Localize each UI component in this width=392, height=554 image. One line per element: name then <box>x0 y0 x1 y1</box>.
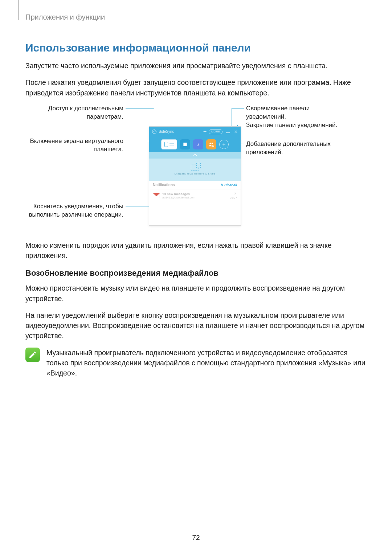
notification-subtitle: ad1413@googlemail.com <box>162 196 227 199</box>
subsection-heading: Возобновление воспроизведения медиафайло… <box>25 268 367 278</box>
contacts-app-icon[interactable] <box>206 139 216 149</box>
notification-title: 13 new messages <box>162 192 227 196</box>
page-number: 72 <box>0 534 392 542</box>
notifications-header: Notifications ✎ Clear all <box>149 181 241 189</box>
notifications-label: Notifications <box>153 183 175 187</box>
close-icon[interactable]: ✕ <box>234 129 238 134</box>
dashboard-panel: SideSync ⊷ MORE ✕ ♪ + <box>149 126 241 226</box>
more-button[interactable]: MORE <box>209 129 222 134</box>
paragraph: Запустите часто используемые приложения … <box>25 61 367 71</box>
gmail-icon <box>153 193 159 198</box>
callout-close: Закрытие панели уведомлений. <box>246 121 337 130</box>
callout-settings: Доступ к дополнительнымпараметрам. <box>48 104 123 121</box>
paragraph: На панели уведомлений выберите кнопку во… <box>25 310 367 341</box>
panel-titlebar: SideSync ⊷ MORE ✕ <box>149 127 241 137</box>
note-icon <box>25 348 40 362</box>
clear-all-button[interactable]: ✎ Clear all <box>220 183 237 187</box>
music-app-icon[interactable]: ♪ <box>193 139 203 149</box>
panel-title: SideSync <box>159 130 174 134</box>
add-app-button[interactable]: + <box>219 140 229 149</box>
section-heading: Использование информационной панели <box>25 42 367 54</box>
notification-actions[interactable]: – × <box>230 192 237 196</box>
callout-notification-tap: Коснитесь уведомления, чтобывыполнить ра… <box>29 202 123 219</box>
paragraph: Можно приостановить музыку или видео на … <box>25 283 367 304</box>
minimize-icon[interactable] <box>226 130 230 133</box>
callout-virtual-screen: Включение экрана виртуальногопланшета. <box>30 137 123 154</box>
tablet-icon <box>164 142 168 147</box>
notification-item[interactable]: 13 new messages ad1413@googlemail.com – … <box>149 189 241 202</box>
note-block: Музыкальный проигрыватель подключенного … <box>25 348 367 378</box>
app-row: ♪ + <box>149 137 241 152</box>
file-drop-zone[interactable]: Drag and drop file here to share <box>149 159 241 181</box>
notification-time: 09:27 <box>230 196 237 200</box>
paragraph: Можно изменить порядок или удалить прило… <box>25 240 367 261</box>
paragraph: После нажатия уведомления будет запущено… <box>25 77 367 98</box>
drop-hint: Drag and drop file here to share <box>175 172 216 175</box>
breadcrumb: Приложения и функции <box>25 13 367 21</box>
files-icon <box>191 164 199 171</box>
usb-icon: ⊷ <box>203 129 207 134</box>
collapse-bar[interactable] <box>149 152 241 159</box>
callout-minimize: Сворачивание панелиуведомлений. <box>246 104 310 121</box>
note-text: Музыкальный проигрыватель подключенного … <box>46 348 367 378</box>
virtual-screen-button[interactable] <box>161 139 177 149</box>
refresh-icon[interactable] <box>152 130 156 134</box>
gallery-app-icon[interactable] <box>180 139 190 149</box>
dashboard-figure: Доступ к дополнительнымпараметрам. Включ… <box>25 104 367 231</box>
callout-add-apps: Добавление дополнительныхприложений. <box>246 140 331 157</box>
chevron-up-icon <box>193 154 197 158</box>
